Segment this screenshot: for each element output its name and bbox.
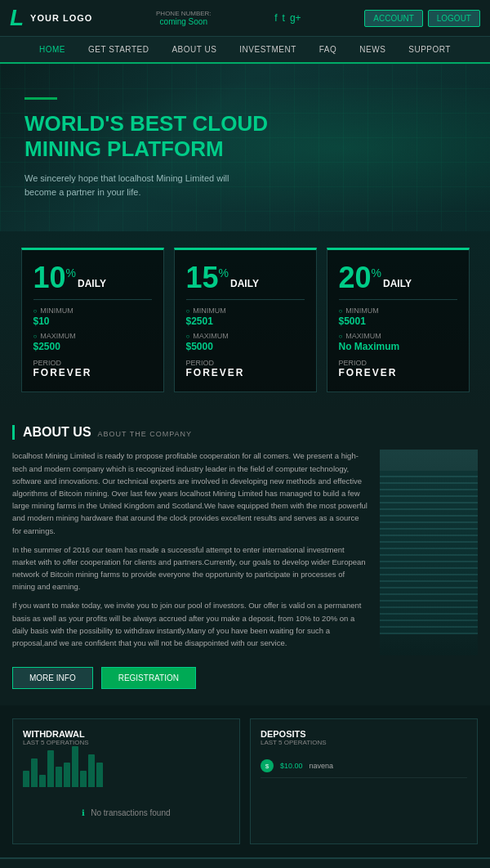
about-text: localhost Mining Limited is ready to pro… xyxy=(12,450,368,655)
plan-card-20: 20 % DAILY MINIMUM $5001 MAXIMUM No Maxi… xyxy=(327,248,470,392)
plan-minimum-label-15: MINIMUM xyxy=(186,306,305,315)
plan-maximum-label-10: MAXIMUM xyxy=(33,332,152,340)
plan-period-label-15: PERIOD xyxy=(186,359,305,367)
plan-period-value-10: FOREVER xyxy=(33,367,152,378)
nav-about-us[interactable]: ABOUT US xyxy=(160,37,228,62)
plan-maximum-15: MAXIMUM $5000 xyxy=(186,332,305,352)
plan-rate-suffix-15: % xyxy=(219,266,229,280)
plan-minimum-15: MINIMUM $2501 xyxy=(186,306,305,327)
withdrawal-empty: ℹ No transactions found xyxy=(23,792,229,834)
about-subtitle: ABOUT THE COMPANY xyxy=(98,430,193,438)
about-content: localhost Mining Limited is ready to pro… xyxy=(12,450,478,655)
about-image xyxy=(380,450,478,655)
plan-period-label-10: PERIOD xyxy=(33,359,152,367)
phone-area: PHONE NUMBER: coming Soon xyxy=(156,10,212,26)
plan-rate-15: 15 % DAILY xyxy=(186,263,305,293)
operations-section: WITHDRAWAL LAST 5 OPERATIONS ℹ No transa… xyxy=(0,705,490,857)
plan-minimum-10: MINIMUM $10 xyxy=(33,306,152,327)
about-para-3: If you want to make today, we invite you… xyxy=(12,599,368,649)
plan-period-value-15: FOREVER xyxy=(186,367,305,378)
withdrawal-subtitle: LAST 5 OPERATIONS xyxy=(23,739,229,746)
hero-title-line1: WORLD'S BEST CLOUD xyxy=(24,111,268,136)
deposit-icon: $ xyxy=(261,759,274,772)
withdrawal-card: WITHDRAWAL LAST 5 OPERATIONS ℹ No transa… xyxy=(12,718,240,844)
registration-button[interactable]: REGISTRATION xyxy=(101,667,196,689)
chart-bar xyxy=(72,746,78,787)
header: L YOUR LOGO PHONE NUMBER: coming Soon f … xyxy=(0,0,490,37)
plan-rate-suffix-20: % xyxy=(372,266,381,280)
plan-period-value-20: FOREVER xyxy=(339,367,457,378)
plan-maximum-value-15: $5000 xyxy=(186,341,305,352)
chart-bar xyxy=(39,775,46,787)
google-plus-icon[interactable]: g+ xyxy=(290,12,301,24)
plan-maximum-value-10: $2500 xyxy=(33,341,152,352)
hero-title: WORLD'S BEST CLOUD MINING PLATFORM xyxy=(24,111,466,162)
plan-minimum-value-20: $5001 xyxy=(339,315,457,327)
plan-card-15: 15 % DAILY MINIMUM $2501 MAXIMUM $5000 P… xyxy=(174,248,317,392)
section-border: ABOUT US ABOUT THE COMPANY xyxy=(12,425,478,440)
about-header: ABOUT US ABOUT THE COMPANY xyxy=(23,425,478,440)
nav-investment[interactable]: INVESTMENT xyxy=(228,37,307,62)
about-para-1: localhost Mining Limited is ready to pro… xyxy=(12,450,368,536)
chart-bar xyxy=(56,767,62,787)
plan-rate-suffix-10: % xyxy=(66,266,76,280)
social-icons: f t g+ xyxy=(274,12,301,24)
chart-bar xyxy=(64,763,70,787)
chart-bar xyxy=(31,758,38,787)
plan-maximum-20: MAXIMUM No Maximum xyxy=(339,332,457,352)
hero-title-line2: MINING PLATFORM xyxy=(24,136,224,161)
about-para-2: In the summer of 2016 our team has made … xyxy=(12,544,368,593)
withdrawal-title: WITHDRAWAL xyxy=(23,729,229,739)
about-title: ABOUT US xyxy=(23,425,91,440)
plan-rate-label-10: DAILY xyxy=(78,278,106,289)
logout-button[interactable]: LOGOUT xyxy=(428,10,480,27)
stats-section: ⏱ DAYS ONLINE 4237 👥 TOTAL ACCOUNTS 2 💰 … xyxy=(0,857,490,868)
header-buttons: ACCOUNT LOGOUT xyxy=(364,10,480,27)
nav-news[interactable]: NEWS xyxy=(348,37,397,62)
plan-minimum-value-10: $10 xyxy=(33,315,152,327)
nav-home[interactable]: HOME xyxy=(28,37,77,62)
info-icon: ℹ xyxy=(82,808,85,817)
twitter-icon[interactable]: t xyxy=(283,12,285,24)
account-button[interactable]: ACCOUNT xyxy=(364,10,422,27)
about-section: ABOUT US ABOUT THE COMPANY localhost Min… xyxy=(0,409,490,705)
nav-get-started[interactable]: GET STARTED xyxy=(77,37,160,62)
main-nav: HOME GET STARTED ABOUT US INVESTMENT FAQ… xyxy=(0,37,490,64)
deposits-subtitle: LAST 5 OPERATIONS xyxy=(261,739,467,746)
deposit-amount: $10.00 xyxy=(280,762,303,770)
plan-rate-number-15: 15 xyxy=(186,263,219,293)
more-info-button[interactable]: MORE INFO xyxy=(12,667,93,689)
plan-rate-10: 10 % DAILY xyxy=(33,263,152,293)
plan-maximum-10: MAXIMUM $2500 xyxy=(33,332,152,352)
chart-bar xyxy=(96,763,103,787)
plan-period-label-20: PERIOD xyxy=(339,359,457,367)
plan-rate-number-10: 10 xyxy=(33,263,66,293)
nav-support[interactable]: SUPPORT xyxy=(397,37,462,62)
logo: L YOUR LOGO xyxy=(10,5,92,31)
plan-minimum-value-15: $2501 xyxy=(186,315,305,327)
plan-maximum-label-20: MAXIMUM xyxy=(339,332,457,340)
hero-subtitle: We sincerely hope that localhost Mining … xyxy=(24,172,253,199)
deposits-card: DEPOSITS LAST 5 OPERATIONS $ $10.00 nave… xyxy=(250,718,478,844)
about-buttons: MORE INFO REGISTRATION xyxy=(12,667,478,689)
chart-bar xyxy=(23,771,29,787)
plan-maximum-label-15: MAXIMUM xyxy=(186,332,305,340)
server-image xyxy=(380,471,478,634)
plan-rate-number-20: 20 xyxy=(339,263,372,293)
plan-rate-label-20: DAILY xyxy=(383,278,412,289)
hero-section: WORLD'S BEST CLOUD MINING PLATFORM We si… xyxy=(0,64,490,231)
plan-rate-label-15: DAILY xyxy=(230,278,259,289)
withdrawal-chart xyxy=(23,754,229,787)
plan-rate-20: 20 % DAILY xyxy=(339,263,457,293)
hero-accent xyxy=(24,97,57,100)
chart-bar xyxy=(80,771,87,787)
logo-letter: L xyxy=(10,5,24,31)
chart-bar xyxy=(88,754,95,787)
chart-bar xyxy=(47,750,54,787)
phone-label: PHONE NUMBER: xyxy=(156,10,212,17)
plan-minimum-label-20: MINIMUM xyxy=(339,306,457,315)
nav-faq[interactable]: FAQ xyxy=(308,37,349,62)
phone-number: coming Soon xyxy=(156,17,212,26)
plan-minimum-label-10: MINIMUM xyxy=(33,306,152,315)
facebook-icon[interactable]: f xyxy=(274,12,277,24)
